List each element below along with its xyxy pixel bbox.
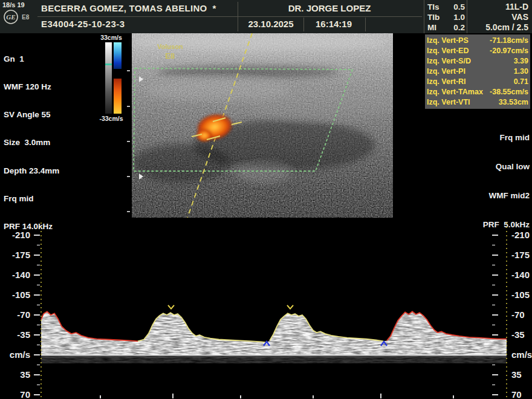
param-wmf: WMF 120 Hz (4, 82, 59, 91)
physician-name: DR. JORGE LOPEZ (242, 3, 417, 13)
ps-caret-marker (168, 305, 174, 309)
meas-label: Izq. Vert-TAmax (427, 87, 483, 97)
y-label-left: cm/s (10, 349, 30, 360)
depth-scale-ticks (127, 70, 130, 212)
header-divider (37, 16, 422, 17)
param-depth: Depth 23.4mm (4, 166, 59, 175)
header-vdivider (424, 0, 424, 33)
param-frq: Frq mid (4, 194, 59, 203)
color-scale-block: 33cm/s -33cm/s (96, 34, 127, 125)
meas-value: -71.18cm/s (490, 36, 528, 46)
header-vdivider (303, 18, 304, 31)
gray-map-bar (105, 42, 112, 114)
meas-label: Izq. Vert-PS (427, 36, 469, 46)
thermal-index-block: TIs0.5 TIb1.0 MI0.2 (427, 2, 465, 33)
y-label-right: -105 (511, 290, 530, 300)
y-label-right: -70 (511, 310, 525, 320)
patient-id: E34004-25-10-23-3 (41, 19, 125, 29)
bmode-image: Voluson E8 (127, 33, 393, 218)
patient-name: BECERRA GOMEZ, TOMAS ABELINO * (41, 3, 216, 13)
pw-qual: Qual low (439, 162, 530, 172)
color-scale-max-label: 33cm/s (96, 34, 127, 41)
pw-wmf: WMF mid2 (439, 191, 530, 201)
y-label-right: -210 (511, 230, 530, 240)
preset-name: VAS (469, 12, 528, 22)
mi-value: 0.2 (453, 22, 465, 33)
watermark-e8: E8 (165, 51, 175, 60)
ps-caret-marker (287, 305, 293, 309)
meas-value: 3.39 (514, 56, 528, 66)
param-size: Size 3.0mm (4, 138, 59, 147)
tib-label: TIb (427, 12, 440, 22)
measurement-row: Izq. Vert-PS-71.18cm/s (427, 36, 528, 46)
tis-value: 0.5 (453, 2, 465, 12)
y-label-left: -140 (12, 270, 30, 280)
color-map-negative (114, 79, 122, 114)
meas-label: Izq. Vert-ED (427, 46, 469, 56)
system-model-badge: E8 (22, 14, 29, 21)
measurement-row: Izq. Vert-VTI33.53cm (427, 97, 528, 108)
exam-date: 23.10.2025 (239, 19, 302, 29)
probe-name: 11L-D (469, 2, 528, 12)
y-label-right: -140 (511, 270, 530, 280)
meas-value: 0.71 (514, 77, 528, 87)
meas-label: Izq. Vert-PI (427, 66, 465, 77)
meas-value: 1.30 (514, 66, 528, 77)
tis-label: TIs (427, 2, 440, 12)
depth-zoom: 5.0cm / 2.5 (469, 22, 528, 33)
svg-text:GE: GE (6, 13, 15, 21)
y-label-left: -175 (12, 250, 30, 260)
y-label-right: -35 (511, 329, 525, 340)
header-vdivider (238, 2, 238, 31)
y-label-left: -210 (12, 230, 30, 240)
acquisition-params-left: Gn 1 WMF 120 Hz SV Angle 55 Size 3.0mm D… (4, 36, 59, 241)
measurement-row: Izq. Vert-TAmax-38.55cm/s (427, 87, 528, 97)
ultrasound-screen: { "header": { "frame_rate": "18/s 19", "… (0, 0, 532, 399)
watermark-voluson: Voluson (157, 43, 183, 50)
y-label-left: -105 (12, 290, 30, 300)
meas-label: Izq. Vert-RI (427, 77, 466, 87)
gray-map-marker (105, 63, 112, 65)
header-vdivider (365, 18, 366, 31)
meas-value: -38.55cm/s (490, 87, 528, 97)
measurement-row: Izq. Vert-ED-20.97cm/s (427, 46, 528, 56)
header-bar: 18/s 19 GE E8 BECERRA GOMEZ, TOMAS ABELI… (0, 0, 532, 33)
mi-label: MI (427, 22, 436, 33)
y-label-left: -70 (17, 310, 30, 320)
meas-value: -20.97cm/s (490, 46, 528, 56)
measurement-row: Izq. Vert-RI0.71 (427, 77, 528, 87)
param-gain: Gn 1 (4, 54, 59, 63)
y-label-left: 70 (20, 389, 30, 399)
y-label-right: 70 (511, 389, 522, 399)
exam-time: 16:14:19 (306, 19, 362, 29)
y-label-left: 35 (20, 369, 30, 380)
measurement-row: Izq. Vert-PI1.30 (427, 66, 528, 77)
meas-label: Izq. Vert-VTI (427, 97, 470, 108)
measurement-row: Izq. Vert-S/D3.39 (427, 56, 528, 66)
header-vdivider (467, 0, 467, 33)
meas-value: 33.53cm (499, 97, 528, 108)
ge-logo: GE (2, 8, 19, 25)
y-label-left: -35 (17, 329, 30, 340)
param-sv-angle: SV Angle 55 (4, 110, 59, 119)
y-label-right: cm/s (511, 349, 532, 360)
color-map-positive (114, 42, 122, 69)
y-label-right: -175 (511, 250, 530, 260)
measurement-results-box: Izq. Vert-PS-71.18cm/s Izq. Vert-ED-20.9… (425, 34, 530, 109)
probe-block: 11L-D VAS 5.0cm / 2.5 (469, 2, 528, 33)
spectral-doppler-pane: -210-210-175-175-140-140-105-105-70-70-3… (0, 218, 532, 399)
frame-rate-indicator: 18/s 19 (2, 1, 25, 8)
color-scale-min-label: -33cm/s (96, 115, 127, 122)
tib-value: 1.0 (453, 12, 465, 22)
pw-frq: Frq mid (439, 133, 530, 143)
meas-label: Izq. Vert-S/D (427, 56, 471, 66)
bmode-tissue (132, 33, 393, 218)
y-label-right: 35 (511, 369, 522, 380)
